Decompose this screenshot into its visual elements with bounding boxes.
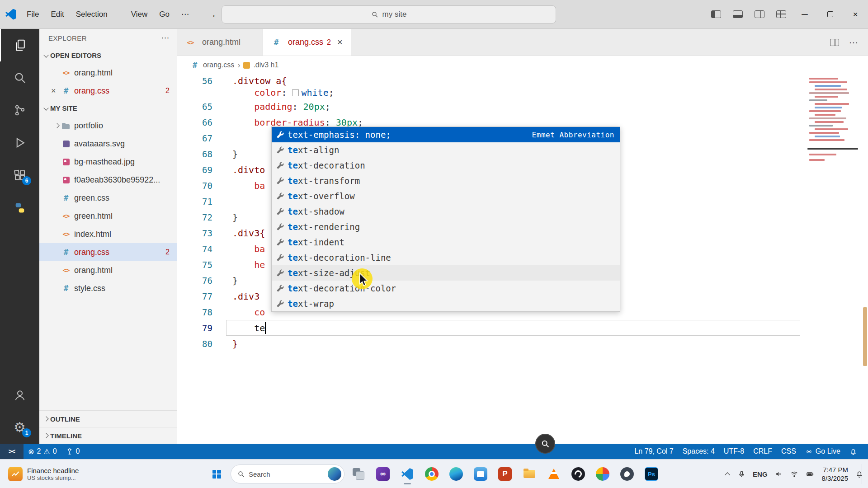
taskbar-app-vlc[interactable] [543,463,564,485]
language-mode[interactable]: CSS [777,444,801,459]
scrollbar-decoration[interactable] [863,307,867,366]
file-item-f0a9eab3630be95922-[interactable]: f0a9eab3630be95922... [39,171,177,189]
file-item-style-css[interactable]: style.css [39,279,177,297]
menu-file[interactable]: File [21,7,45,22]
start-button[interactable] [206,464,227,484]
taskbar-app-powerpoint[interactable] [495,463,515,485]
menu-view[interactable] [113,11,125,18]
breadcrumb-symbol[interactable]: .div3 h1 [253,61,278,69]
code-line[interactable]: 80} [177,336,868,352]
microphone-icon[interactable] [738,470,745,478]
suggest-item[interactable]: text-decoration-color [272,281,620,296]
show-desktop-button[interactable] [862,464,863,484]
customize-layout-icon[interactable] [776,10,786,18]
run-debug-icon[interactable] [0,127,39,159]
suggest-item[interactable]: text-emphasis: none;Emmet Abbreviation [272,127,620,142]
zoom-overlay-icon[interactable] [535,434,555,454]
eol-sequence[interactable]: CRLF [749,444,777,459]
menu-more[interactable]: ⋯ [175,6,195,22]
taskbar-app-file-explorer[interactable] [519,463,540,485]
taskbar-app-photoshop[interactable] [641,463,662,485]
section-my-site[interactable]: MY SITE [39,100,177,117]
file-item-orang-html[interactable]: orang.html [39,261,177,279]
section-timeline[interactable]: TIMELINE [39,427,177,444]
taskbar-app-chrome[interactable] [421,463,442,485]
extensions-icon[interactable]: 6 [0,159,39,192]
hidden-icons-chevron[interactable] [724,471,731,477]
code-line[interactable]: 56.divtow a{ [177,75,868,87]
source-control-icon[interactable] [0,94,39,127]
code-editor[interactable]: 56.divtow a{ color: white;65 padding: 20… [177,74,868,444]
minimap[interactable] [807,74,861,444]
code-line[interactable]: 79 te [177,320,868,336]
search-icon[interactable] [0,61,39,94]
suggest-item[interactable]: text-indent [272,235,620,250]
file-item-bg-masthead-jpg[interactable]: bg-masthead.jpg [39,153,177,171]
taskbar-app-google-photos[interactable] [592,463,613,485]
menu-selection[interactable]: Selection [70,7,113,22]
code-line[interactable]: color: white; [177,87,868,99]
taskbar-app-microsoft-store[interactable] [470,463,491,485]
suggest-item[interactable]: text-decoration-line [272,250,620,265]
code-line[interactable]: 65 padding: 20px; [177,99,868,114]
widgets-button[interactable]: Finance headline US stocks slump... [5,460,82,488]
remote-indicator[interactable] [0,444,24,459]
suggest-item[interactable]: text-rendering [272,219,620,235]
command-center-search[interactable]: my site [222,5,556,23]
tab-orang-html[interactable]: orang.html [177,29,263,56]
close-window-button[interactable]: × [843,0,868,29]
taskbar-search[interactable]: Search [231,465,344,483]
problems-status[interactable]: ⊗ 2 ⚠ 0 [24,444,61,459]
file-item-avataaars-svg[interactable]: avataaars.svg [39,135,177,153]
battery-icon[interactable] [806,470,815,478]
editor-more-actions-icon[interactable]: ⋯ [849,37,858,48]
suggest-item[interactable]: text-wrap [272,296,620,311]
menu-go[interactable]: Go [153,7,175,22]
taskbar-app-task-view[interactable] [348,463,369,485]
ports-status[interactable]: 0 [61,444,85,459]
wifi-icon[interactable] [790,470,798,478]
file-item-green-css[interactable]: green.css [39,189,177,207]
suggest-item[interactable]: text-transform [272,173,620,188]
suggest-item[interactable]: text-align [272,142,620,158]
menu-edit[interactable]: Edit [45,7,70,22]
close-editor-icon[interactable]: × [51,86,61,96]
taskbar-app-github-desktop[interactable] [617,463,637,485]
file-item-index-html[interactable]: index.html [39,225,177,243]
taskbar-app-edge[interactable] [446,463,467,485]
menu-view[interactable]: View [125,7,154,22]
file-item-green-html[interactable]: green.html [39,207,177,225]
taskbar-app-obs-studio[interactable] [568,463,589,485]
encoding[interactable]: UTF-8 [719,444,749,459]
suggest-item[interactable]: text-shadow [272,204,620,219]
toggle-secondary-sidebar-icon[interactable] [755,10,764,18]
file-item-portfolio[interactable]: portfolio [39,117,177,135]
taskbar-app-vscode[interactable] [397,463,418,485]
settings-gear-icon[interactable]: ⚙ 1 [0,411,39,444]
back-arrow-icon[interactable]: ← [211,9,221,20]
taskbar-app-visual-studio[interactable] [373,463,393,485]
explorer-icon[interactable] [0,29,39,61]
volume-icon[interactable] [775,470,783,478]
file-item-orang-css[interactable]: orang.css2 [39,243,177,261]
section-outline[interactable]: OUTLINE [39,410,177,427]
search-highlight-icon[interactable] [328,467,341,481]
account-icon[interactable] [0,379,39,411]
open-editor-orang-html[interactable]: orang.html [39,64,177,82]
clock[interactable]: 7:47 PM 8/3/2025 [822,465,848,483]
notifications-bell-icon[interactable] [845,444,862,459]
cursor-position[interactable]: Ln 79, Col 7 [630,444,678,459]
suggest-item[interactable]: text-size-adjust [272,265,620,281]
go-live-button[interactable]: Go Live [801,444,845,459]
toggle-sidebar-icon[interactable] [711,10,721,18]
minimize-button[interactable]: ─ [792,0,817,29]
python-icon[interactable] [0,192,39,224]
language-indicator[interactable]: ENG [753,470,768,478]
maximize-button[interactable] [817,0,843,29]
suggest-item[interactable]: text-decoration [272,158,620,173]
split-editor-icon[interactable] [830,39,839,46]
open-editor-orang-css[interactable]: × orang.css 2 [39,82,177,100]
tab-orang-css[interactable]: orang.css 2 × [263,29,351,56]
close-tab-icon[interactable]: × [337,37,343,47]
indentation[interactable]: Spaces: 4 [678,444,719,459]
